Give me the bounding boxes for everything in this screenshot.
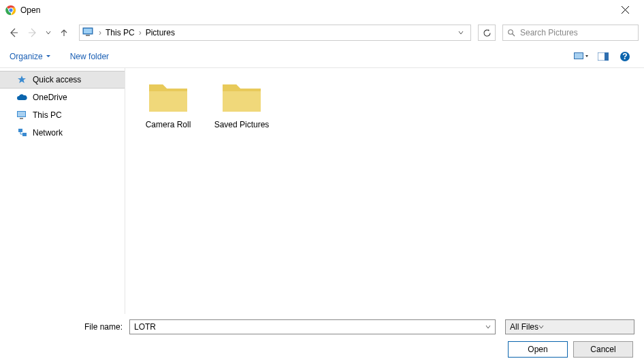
- nav-forward-button[interactable]: [25, 25, 41, 41]
- folder-label: Camera Roll: [146, 120, 191, 129]
- nav-up-button[interactable]: [56, 25, 72, 41]
- sidebar-item-quick-access[interactable]: Quick access: [0, 71, 125, 89]
- filename-label: File name:: [10, 322, 125, 332]
- close-button[interactable]: [611, 1, 639, 20]
- svg-rect-15: [20, 118, 23, 119]
- navbar: › This PC › Pictures Search Pictures: [0, 20, 644, 45]
- preview-pane-button[interactable]: [594, 49, 613, 64]
- sidebar-item-network[interactable]: Network: [0, 124, 125, 142]
- svg-rect-3: [84, 29, 92, 33]
- filename-input[interactable]: LOTR: [129, 319, 496, 334]
- star-icon: [16, 74, 27, 85]
- toolbar: Organize New folder ?: [0, 45, 644, 68]
- folder-item[interactable]: Saved Pictures: [211, 78, 272, 129]
- view-mode-button[interactable]: [572, 49, 591, 64]
- svg-rect-4: [86, 35, 90, 36]
- new-folder-button[interactable]: New folder: [70, 52, 109, 61]
- network-icon: [16, 127, 27, 138]
- dialog-body: Quick access OneDrive This PC Network: [0, 68, 644, 314]
- this-pc-icon: [82, 27, 95, 38]
- cloud-icon: [16, 92, 27, 103]
- organize-label: Organize: [10, 52, 43, 61]
- address-dropdown[interactable]: [454, 30, 468, 35]
- folder-icon: [146, 78, 190, 116]
- chrome-icon: [5, 5, 16, 16]
- organize-menu[interactable]: Organize: [10, 52, 51, 61]
- cancel-button-label: Cancel: [590, 345, 615, 354]
- nav-back-button[interactable]: [5, 25, 22, 41]
- chevron-down-icon: [485, 324, 491, 330]
- chevron-right-icon: ›: [97, 28, 103, 37]
- content-area[interactable]: Camera Roll Saved Pictures: [125, 68, 644, 314]
- folder-item[interactable]: Camera Roll: [138, 78, 199, 129]
- window-title: Open: [20, 5, 40, 15]
- folder-icon: [220, 78, 263, 116]
- sidebar: Quick access OneDrive This PC Network: [0, 68, 125, 314]
- breadcrumb-root[interactable]: This PC: [103, 28, 138, 37]
- cancel-button[interactable]: Cancel: [573, 341, 633, 358]
- address-bar[interactable]: › This PC › Pictures: [79, 25, 471, 41]
- search-icon: [507, 29, 516, 37]
- file-type-filter[interactable]: All Files: [505, 319, 634, 334]
- svg-point-1: [9, 7, 13, 12]
- footer: File name: LOTR All Files Open Cancel: [0, 314, 644, 363]
- sidebar-item-label: OneDrive: [33, 93, 67, 102]
- sidebar-item-label: Quick access: [33, 75, 81, 84]
- open-button-label: Open: [528, 345, 547, 354]
- titlebar: Open: [0, 0, 644, 20]
- svg-rect-14: [18, 112, 25, 116]
- search-input[interactable]: Search Pictures: [502, 25, 639, 41]
- sidebar-item-label: This PC: [33, 110, 62, 120]
- open-button[interactable]: Open: [508, 341, 568, 358]
- svg-line-6: [513, 33, 515, 36]
- filter-value: All Files: [510, 322, 538, 332]
- breadcrumb-folder[interactable]: Pictures: [143, 28, 178, 37]
- chevron-right-icon: ›: [138, 28, 143, 37]
- sidebar-item-onedrive[interactable]: OneDrive: [0, 89, 125, 106]
- sidebar-item-label: Network: [33, 128, 63, 138]
- svg-rect-16: [18, 129, 22, 132]
- nav-recent-dropdown[interactable]: [44, 30, 53, 35]
- pc-icon: [16, 110, 27, 121]
- folder-label: Saved Pictures: [214, 120, 270, 129]
- search-placeholder: Search Pictures: [520, 28, 578, 37]
- filename-value: LOTR: [134, 322, 156, 332]
- refresh-button[interactable]: [478, 25, 496, 41]
- help-button[interactable]: ?: [615, 49, 634, 64]
- chevron-down-icon: [538, 324, 544, 330]
- svg-rect-8: [575, 53, 583, 59]
- svg-text:?: ?: [622, 52, 627, 61]
- sidebar-item-this-pc[interactable]: This PC: [0, 106, 125, 124]
- svg-point-5: [509, 29, 513, 34]
- svg-rect-10: [605, 52, 609, 61]
